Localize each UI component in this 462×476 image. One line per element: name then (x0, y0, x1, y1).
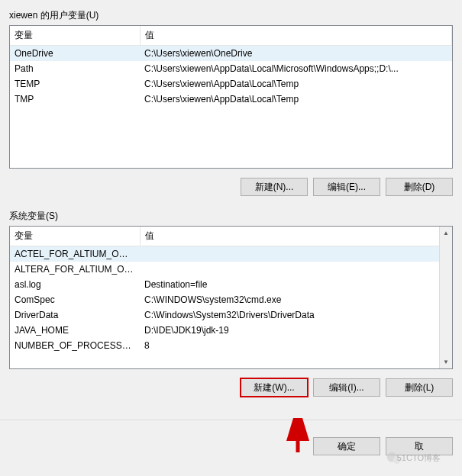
user-new-button[interactable]: 新建(N)... (241, 178, 308, 196)
ok-button[interactable]: 确定 (313, 437, 380, 455)
table-row[interactable]: TEMPC:\Users\xiewen\AppData\Local\Temp (10, 76, 452, 92)
scroll-up-icon[interactable]: ▲ (440, 227, 452, 240)
table-row[interactable]: NUMBER_OF_PROCESSORS8 (10, 338, 452, 353)
col-header-value[interactable]: 值 (140, 26, 452, 46)
table-row[interactable]: DriverDataC:\Windows\System32\Drivers\Dr… (10, 307, 452, 323)
table-row[interactable]: ComSpecC:\WINDOWS\system32\cmd.exe (10, 292, 452, 307)
col-header-name[interactable]: 变量 (10, 227, 140, 246)
user-edit-button[interactable]: 编辑(E)... (313, 178, 380, 196)
table-row[interactable]: JAVA_HOMED:\IDE\JDK19\jdk-19 (10, 323, 452, 338)
system-new-button[interactable]: 新建(W)... (241, 378, 308, 397)
user-vars-table[interactable]: 变量 值 OneDriveC:\Users\xiewen\OneDrive Pa… (9, 25, 453, 169)
system-vars-table[interactable]: 变量 值 ACTEL_FOR_ALTIUM_OVE... ALTERA_FOR_… (9, 226, 453, 369)
scroll-down-icon[interactable]: ▼ (440, 355, 452, 368)
table-row[interactable]: ACTEL_FOR_ALTIUM_OVE... (10, 246, 452, 262)
table-row[interactable]: PathC:\Users\xiewen\AppData\Local\Micros… (10, 61, 452, 76)
system-delete-button[interactable]: 删除(L) (386, 378, 453, 397)
user-delete-button[interactable]: 删除(D) (386, 178, 453, 196)
col-header-name[interactable]: 变量 (10, 26, 140, 46)
table-row[interactable]: OneDriveC:\Users\xiewen\OneDrive (10, 46, 452, 62)
system-edit-button[interactable]: 编辑(I)... (313, 378, 380, 397)
table-row[interactable]: TMPC:\Users\xiewen\AppData\Local\Temp (10, 92, 452, 107)
user-vars-label: xiewen 的用户变量(U) (9, 9, 453, 22)
col-header-value[interactable]: 值 (140, 227, 452, 246)
table-row[interactable]: asl.logDestination=file (10, 277, 452, 292)
scrollbar[interactable]: ▲ ▼ (439, 227, 452, 368)
system-vars-label: 系统变量(S) (9, 210, 453, 223)
watermark-text: 51CTO博客 (397, 452, 441, 464)
table-row[interactable]: ALTERA_FOR_ALTIUM_OV... (10, 262, 452, 277)
